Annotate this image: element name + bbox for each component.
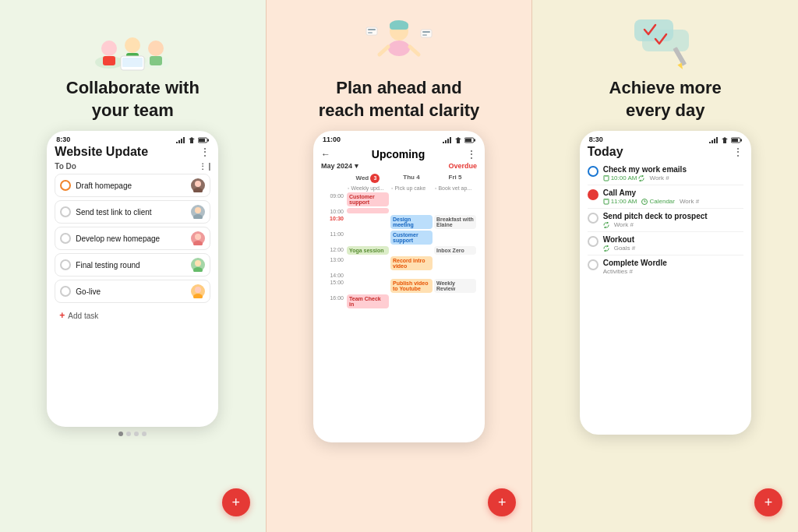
svg-rect-31 <box>390 23 408 30</box>
status-icons-2 <box>443 136 475 143</box>
event-customer-support-2[interactable]: Customer support <box>390 231 433 245</box>
illustration-achieve <box>619 16 712 74</box>
fab-3[interactable]: + <box>754 488 782 516</box>
today-header: Today ⋮ <box>588 145 743 159</box>
phone3-content: Today ⋮ Check my work emails 10:00 AM Wo… <box>580 145 751 286</box>
fab-2[interactable]: + <box>488 488 516 516</box>
today-task-name-5: Complete Wordle <box>603 259 743 267</box>
today-meta-3: Work # <box>603 221 743 228</box>
avatar-5 <box>191 284 205 298</box>
month-label[interactable]: May 2024 ▾ <box>321 162 358 170</box>
cal-menu-icon[interactable]: ⋮ <box>466 148 477 160</box>
dot-3 <box>134 432 139 436</box>
today-item-4[interactable]: Workout Goals # <box>588 232 743 255</box>
today-task-name-2: Call Amy <box>603 188 743 197</box>
today-menu-icon[interactable]: ⋮ <box>733 146 743 158</box>
svg-rect-36 <box>368 29 376 30</box>
task-circle-5 <box>60 286 71 297</box>
event-team-checkin[interactable]: Team Check in <box>347 294 389 308</box>
phone-1: 8:30 Website Update ⋮ To Do ⋮ | Draft ho… <box>47 131 218 427</box>
task-item-1[interactable]: Draft homepage <box>55 174 210 197</box>
panel1-title: Collaborate withyour team <box>66 77 200 122</box>
task-header: Website Update ⋮ <box>55 145 210 159</box>
svg-rect-40 <box>422 34 427 36</box>
avatar-4 <box>191 258 205 272</box>
dot-1 <box>118 432 123 436</box>
today-text-2: Call Amy 11:00 AM Calendar Work # <box>603 188 743 205</box>
time-3: 8:30 <box>589 136 603 143</box>
today-circle-1 <box>588 166 598 177</box>
phone-2: 11:00 ← Upcoming ⋮ May 2024 ▾ Overdue <box>313 131 485 442</box>
svg-rect-12 <box>207 139 209 141</box>
svg-rect-35 <box>366 27 377 35</box>
event-weekly-review[interactable]: Weekly Review <box>434 279 476 293</box>
status-icons-1 <box>176 136 209 143</box>
today-item-1[interactable]: Check my work emails 10:00 AM Work # <box>588 162 743 185</box>
today-item-3[interactable]: Send pitch deck to prospect Work # <box>588 209 743 232</box>
svg-rect-8 <box>150 56 162 65</box>
today-time-1: 10:00 AM <box>603 174 645 181</box>
wed-badge: 3 <box>370 174 380 183</box>
dots-nav <box>118 432 147 436</box>
time-1100: 11:00 <box>321 230 346 245</box>
today-tag-2: Work # <box>680 198 699 205</box>
fri-preview: ◦ Book vet ap... <box>433 185 477 192</box>
today-meta-4: Goals # <box>603 245 743 252</box>
svg-rect-38 <box>421 30 432 37</box>
svg-rect-51 <box>604 175 609 181</box>
event-design-meeting[interactable]: Design meeting <box>390 215 433 229</box>
menu-icon[interactable]: ⋮ <box>200 146 210 158</box>
today-tag-3: Work # <box>614 221 634 228</box>
event-breakfast[interactable]: Breakfast with Elaine <box>434 215 476 229</box>
time-1600: 16:00 <box>321 294 346 309</box>
time-1200: 12:00 <box>321 245 346 255</box>
task-item-5[interactable]: Go-live <box>55 280 210 303</box>
event-customer-support-1[interactable]: Customer support <box>347 192 389 206</box>
svg-point-1 <box>101 41 117 56</box>
svg-rect-43 <box>465 139 471 142</box>
svg-point-4 <box>125 37 140 53</box>
illustration-plan <box>352 16 446 74</box>
add-icon: + <box>59 310 65 321</box>
time-0900: 09:00 <box>321 192 346 207</box>
thu-preview: ◦ Pick up cake <box>390 185 433 192</box>
event-publish-video[interactable]: Publish video to Youtube <box>390 279 433 293</box>
task-text-3: Develop new homepage <box>76 234 186 243</box>
cal-grid: Wed 3 Thu 4 Fri 5 ◦ Weekly upd... ◦ Pick… <box>321 172 477 309</box>
svg-line-34 <box>410 47 418 55</box>
dot-4 <box>142 432 147 436</box>
add-task-button[interactable]: + Add task <box>55 306 210 325</box>
today-task-name-3: Send pitch deck to prospect <box>603 212 743 220</box>
status-bar-2: 11:00 <box>313 131 485 145</box>
task-item-2[interactable]: Send test link to client <box>55 200 210 224</box>
dot-2 <box>126 432 131 436</box>
day-fri: Fri 5 <box>433 172 477 185</box>
today-text-3: Send pitch deck to prospect Work # <box>603 212 743 228</box>
avatar-1 <box>191 178 205 192</box>
time-1030: 10:30 <box>321 214 346 230</box>
add-task-label: Add task <box>68 312 98 320</box>
section-label: To Do ⋮ | <box>55 162 210 171</box>
back-icon[interactable]: ← <box>321 149 330 160</box>
fab-1[interactable]: + <box>222 488 250 516</box>
event-record-video[interactable]: Record intro video <box>390 256 433 270</box>
today-item-2[interactable]: Call Amy 11:00 AM Calendar Work # <box>588 185 743 209</box>
wed-preview: ◦ Weekly upd... <box>346 185 390 192</box>
task-item-4[interactable]: Final testing round <box>55 253 210 277</box>
event-customer-support-cont[interactable] <box>347 208 389 213</box>
today-meta-2: 11:00 AM Calendar Work # <box>603 198 743 205</box>
task-item-3[interactable]: Develop new homepage <box>55 227 210 250</box>
svg-point-27 <box>195 287 201 293</box>
svg-rect-54 <box>604 199 609 204</box>
status-bar-1: 8:30 <box>47 131 218 145</box>
event-inbox-zero[interactable]: Inbox Zero <box>434 246 476 255</box>
svg-rect-13 <box>199 139 205 142</box>
today-item-5[interactable]: Complete Wordle Activities # <box>588 255 743 278</box>
event-yoga[interactable]: Yoga session <box>347 246 389 255</box>
section-more-icon[interactable]: ⋮ | <box>199 162 211 171</box>
panel-achieve: Achieve moreevery day 8:30 Today ⋮ Check… <box>532 0 798 532</box>
day-wed: Wed 3 <box>346 172 390 185</box>
svg-point-18 <box>195 207 201 213</box>
today-tag-1: Work # <box>649 174 669 181</box>
today-task-name-1: Check my work emails <box>603 165 743 174</box>
